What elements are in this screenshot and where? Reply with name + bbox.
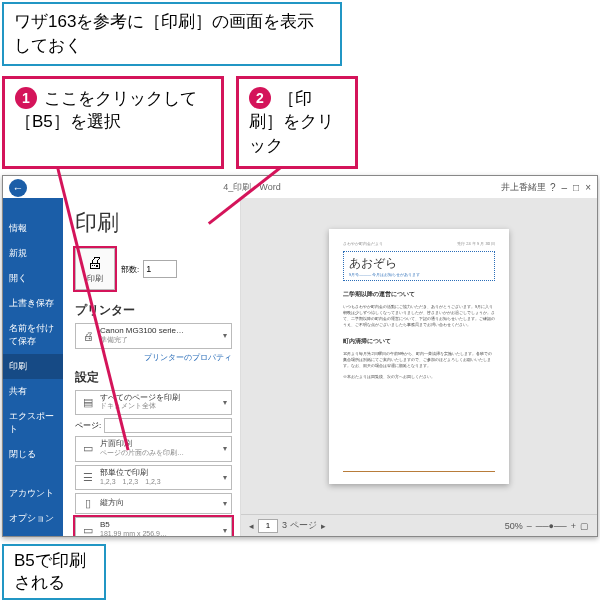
result-text: B5で印刷される (14, 551, 86, 592)
print-preview-area: さわやか町内会だより 発行 24 年 9 月 30 日 あおぞら 9月号――― … (241, 198, 597, 536)
printer-properties-link[interactable]: プリンターのプロパティ (75, 352, 232, 363)
chevron-down-icon: ▾ (223, 526, 227, 535)
callouts-row: 1 ここをクリックして［B5］を選択 2 ［印刷］をクリック (2, 76, 600, 169)
printer-icon: 🖨 (87, 254, 103, 272)
printer-small-icon: 🖨 (80, 330, 96, 342)
user-name[interactable]: 井上香緒里 (501, 181, 546, 194)
callout-1: 1 ここをクリックして［B5］を選択 (2, 76, 224, 169)
zoom-slider[interactable]: ──●── (536, 521, 567, 531)
copies-control: 部数: (121, 260, 177, 278)
copies-input[interactable] (143, 260, 177, 278)
pages-icon: ▤ (80, 396, 96, 409)
app-body: 情報 新規 開く 上書き保存 名前を付けて保存 印刷 共有 エクスポート 閉じる… (3, 198, 597, 536)
page-total: 3 ページ (282, 519, 317, 532)
chevron-down-icon: ▾ (223, 444, 227, 453)
onesided-icon: ▭ (80, 442, 96, 455)
preview-body-h1: 二学期以降の運営について (343, 290, 495, 299)
callout-1-number: 1 (15, 87, 37, 109)
back-button[interactable]: ← (9, 179, 27, 197)
portrait-icon: ▯ (80, 497, 96, 510)
result-box: B5で印刷される (2, 544, 106, 600)
printer-status: 準備完了 (100, 336, 128, 343)
instruction-text: ワザ163を参考に［印刷］の画面を表示しておく (14, 12, 314, 55)
sidebar-item-account[interactable]: アカウント (3, 481, 63, 506)
zoom-out-icon[interactable]: – (527, 521, 532, 531)
collate-dropdown[interactable]: ☰ 部単位で印刷 1,2,3 1,2,3 1,2,3 ▾ (75, 465, 232, 491)
collate-sub: 1,2,3 1,2,3 1,2,3 (100, 478, 161, 485)
sidebar-item-share[interactable]: 共有 (3, 379, 63, 404)
sides-sub: ページの片面のみを印刷… (100, 449, 184, 456)
page-range-label: ページ: (75, 420, 101, 431)
title-bar: ← 4_印刷 - Word 井上香緒里 ? – □ × (3, 176, 597, 198)
collate-main: 部単位で印刷 (100, 468, 148, 477)
sidebar-item-close[interactable]: 閉じる (3, 442, 63, 467)
paper-size-dropdown[interactable]: ▭ B5 181.99 mm x 256.9… ▾ (75, 517, 232, 536)
preview-hdr-right: 発行 24 年 9 月 30 日 (457, 241, 495, 246)
close-icon[interactable]: × (585, 182, 591, 193)
printer-name: Canon MG3100 serie… (100, 326, 184, 335)
help-icon[interactable]: ? (550, 182, 556, 193)
scope-sub: ドキュメント全体 (100, 402, 156, 409)
print-button-label: 印刷 (87, 273, 103, 284)
orientation-dropdown[interactable]: ▯ 縦方向 ▾ (75, 493, 232, 514)
prev-page-icon[interactable]: ◂ (249, 521, 254, 531)
preview-body-h2: 町内清掃について (343, 337, 495, 346)
preview-banner-sub: 9月号――― 今月はお知らせがあります (349, 272, 489, 277)
paper-sub: 181.99 mm x 256.9… (100, 530, 167, 536)
chevron-down-icon: ▾ (223, 398, 227, 407)
sidebar-item-save[interactable]: 上書き保存 (3, 291, 63, 316)
window-controls: ? – □ × (550, 182, 591, 193)
sidebar-item-export[interactable]: エクスポート (3, 404, 63, 442)
callout-1-text: ここをクリックして［B5］を選択 (15, 89, 197, 132)
preview-banner-title: あおぞら (349, 255, 489, 272)
preview-para2: 10月より毎月第2日曜日の午前9時から、町内一斉清掃を実施いたします。各班での集… (343, 351, 495, 369)
page-number-input[interactable] (258, 519, 278, 533)
page-navigator: ◂ 3 ページ ▸ (249, 519, 326, 533)
zoom-in-icon[interactable]: + (571, 521, 576, 531)
preview-banner: あおぞら 9月号――― 今月はお知らせがあります (343, 251, 495, 281)
zoom-value: 50% (505, 521, 523, 531)
sidebar-item-info[interactable]: 情報 (3, 216, 63, 241)
preview-footnote: ※本おたよりは回覧後、次の方へお回しください。 (343, 374, 495, 380)
chevron-down-icon: ▾ (223, 331, 227, 340)
next-page-icon[interactable]: ▸ (321, 521, 326, 531)
sidebar-item-print[interactable]: 印刷 (3, 354, 63, 379)
print-scope-dropdown[interactable]: ▤ すべてのページを印刷 ドキュメント全体 ▾ (75, 390, 232, 416)
orient-main: 縦方向 (100, 498, 124, 507)
chevron-down-icon: ▾ (223, 473, 227, 482)
paper-main: B5 (100, 520, 110, 529)
callout-2-number: 2 (249, 87, 271, 109)
fit-page-icon[interactable]: ▢ (580, 521, 589, 531)
preview-header-row: さわやか町内会だより 発行 24 年 9 月 30 日 (343, 241, 495, 246)
preview-page-wrap: さわやか町内会だより 発行 24 年 9 月 30 日 あおぞら 9月号――― … (241, 198, 597, 514)
word-backstage-window: ← 4_印刷 - Word 井上香緒里 ? – □ × 情報 新規 開く 上書き… (2, 175, 598, 537)
page-range-row: ページ: (75, 418, 232, 433)
sidebar-item-open[interactable]: 開く (3, 266, 63, 291)
instruction-box: ワザ163を参考に［印刷］の画面を表示しておく (2, 2, 342, 66)
sidebar-item-saveas[interactable]: 名前を付けて保存 (3, 316, 63, 354)
back-arrow-icon: ← (13, 182, 24, 194)
copies-label: 部数: (121, 264, 139, 275)
preview-footer: ◂ 3 ページ ▸ 50% – ──●── + ▢ (241, 514, 597, 536)
maximize-icon[interactable]: □ (573, 182, 579, 193)
print-settings-column: 印刷 🖨 印刷 部数: プリンター 🖨 Canon MG3100 ser (63, 198, 241, 536)
preview-page: さわやか町内会だより 発行 24 年 9 月 30 日 あおぞら 9月号――― … (329, 229, 509, 484)
printer-section-heading: プリンター (75, 302, 232, 319)
paper-icon: ▭ (80, 524, 96, 536)
collate-icon: ☰ (80, 471, 96, 484)
preview-hdr-left: さわやか町内会だより (343, 241, 383, 246)
print-panel: 印刷 🖨 印刷 部数: プリンター 🖨 Canon MG3100 ser (63, 198, 597, 536)
preview-para1: いつもさわやか町内会の活動にご協力いただき、ありがとうございます。9月に入り朝晩… (343, 304, 495, 328)
callout-2: 2 ［印刷］をクリック (236, 76, 358, 169)
chevron-down-icon: ▾ (223, 499, 227, 508)
settings-section-heading: 設定 (75, 369, 232, 386)
zoom-controls: 50% – ──●── + ▢ (505, 521, 589, 531)
sidebar-item-options[interactable]: オプション (3, 506, 63, 531)
sidebar-item-new[interactable]: 新規 (3, 241, 63, 266)
print-button-row: 🖨 印刷 部数: (75, 248, 232, 290)
sides-dropdown[interactable]: ▭ 片面印刷 ページの片面のみを印刷… ▾ (75, 436, 232, 462)
preview-divider (343, 471, 495, 472)
backstage-sidebar: 情報 新規 開く 上書き保存 名前を付けて保存 印刷 共有 エクスポート 閉じる… (3, 198, 63, 536)
minimize-icon[interactable]: – (562, 182, 568, 193)
